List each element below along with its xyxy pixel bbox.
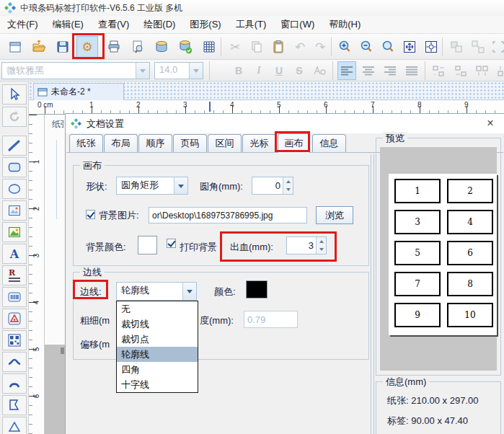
grid-button[interactable] — [198, 36, 220, 58]
ellipse-tool-button[interactable] — [2, 179, 27, 199]
picture-tool-button[interactable] — [2, 222, 27, 242]
tab-canvas[interactable]: 画布 — [278, 133, 310, 153]
bold-button[interactable]: B — [229, 61, 248, 80]
zoom-in-button[interactable] — [334, 36, 355, 58]
print-preview-button[interactable] — [127, 36, 149, 58]
fit-content-button[interactable] — [420, 36, 442, 58]
chevron-down-icon[interactable] — [136, 63, 149, 79]
curve-tool-button[interactable] — [2, 352, 27, 372]
menu-edit[interactable]: 编辑(E) — [45, 16, 91, 33]
qrcode-tool-button[interactable] — [2, 330, 27, 350]
document-settings-button[interactable]: ⚙ — [76, 36, 98, 58]
spin-up-icon[interactable] — [283, 177, 293, 186]
menu-window[interactable]: 窗口(W) — [273, 16, 322, 33]
rotate-tool-button[interactable] — [2, 107, 27, 127]
document-tab[interactable]: 未命名-2 * — [33, 83, 124, 100]
cut-button[interactable]: ✂ — [224, 36, 246, 58]
border-color-swatch[interactable] — [246, 280, 268, 298]
group-button[interactable] — [446, 36, 467, 58]
bg-color-swatch[interactable] — [138, 236, 157, 254]
fit-window-button[interactable] — [399, 36, 420, 58]
ungroup-button[interactable] — [467, 36, 489, 58]
align-right-button[interactable] — [381, 61, 399, 80]
arc-tool-button[interactable] — [2, 373, 27, 394]
dropdown-item-corners[interactable]: 四角 — [117, 362, 198, 377]
bounds-button[interactable] — [487, 36, 504, 58]
tab-paper[interactable]: 纸张 — [69, 134, 103, 152]
menu-shape[interactable]: 图形(S) — [182, 16, 228, 33]
print-button[interactable] — [103, 36, 125, 58]
rich-text-tool-button[interactable]: R — [2, 265, 27, 285]
align-center-button[interactable] — [359, 61, 378, 80]
spin-up-icon[interactable] — [317, 237, 326, 246]
menu-tools[interactable]: 工具(T) — [229, 16, 274, 33]
distribute-top-button[interactable] — [473, 61, 492, 80]
print-bg-checkbox[interactable] — [167, 239, 176, 248]
save-button[interactable] — [52, 36, 74, 58]
align-left-button[interactable] — [337, 61, 356, 80]
dropdown-item-cut-point[interactable]: 裁切点 — [117, 332, 198, 347]
bg-image-path-input[interactable]: or\Desktop\1689753786995.jpg — [149, 207, 307, 223]
undo-button[interactable]: ↶ — [289, 36, 311, 58]
line-width-input[interactable]: 0.79 — [244, 311, 298, 328]
text-tool-button[interactable]: A — [2, 244, 27, 264]
tab-cursor[interactable]: 光标 — [242, 134, 276, 152]
bleed-value: 3 — [287, 237, 316, 254]
menu-file[interactable]: 文件(F) — [0, 16, 45, 33]
bleed-spinner[interactable]: 3 — [286, 236, 327, 254]
browse-button[interactable]: 浏览 — [316, 206, 353, 224]
distribute-bottom-button[interactable] — [495, 61, 504, 80]
scrollbar-thumb[interactable] — [61, 347, 64, 354]
chevron-down-icon[interactable] — [189, 63, 203, 79]
dropdown-item-outline[interactable]: 轮廓线 — [117, 347, 198, 362]
dropdown-item-crosshair[interactable]: 十字线 — [117, 377, 198, 392]
chevron-down-icon[interactable] — [174, 177, 187, 194]
corner-radius-spinner[interactable]: 0 — [252, 177, 293, 195]
barcode-tool-button[interactable] — [2, 287, 27, 307]
image-tool-button[interactable] — [2, 200, 27, 221]
font-size-combo[interactable]: 14.0 — [154, 62, 203, 79]
redo-button[interactable]: ↷ — [309, 36, 331, 58]
menu-draw[interactable]: 绘图(D) — [136, 16, 182, 33]
polygon-tool-button[interactable] — [2, 395, 27, 415]
align-justify-button[interactable] — [402, 61, 421, 80]
triangle-tool-button[interactable] — [2, 417, 27, 434]
border-line-combo[interactable]: 轮廓线 — [116, 282, 197, 301]
open-button[interactable] — [28, 36, 50, 58]
tab-order[interactable]: 顺序 — [138, 134, 172, 152]
new-document-button[interactable] — [4, 36, 26, 58]
spin-down-icon[interactable] — [283, 186, 293, 195]
font-name-combo[interactable]: 微软雅黑 — [1, 62, 150, 79]
paste-button[interactable] — [268, 36, 289, 58]
italic-button[interactable]: I — [249, 61, 268, 80]
underline-button[interactable]: U — [270, 61, 288, 80]
line-tool-button[interactable] — [2, 136, 27, 156]
zoom-out-button[interactable] — [355, 36, 377, 58]
dropdown-item-none[interactable]: 无 — [117, 301, 198, 316]
tab-layout[interactable]: 布局 — [104, 134, 138, 152]
tab-info[interactable]: 信息 — [312, 134, 346, 152]
rounded-rect-tool-button[interactable] — [2, 157, 27, 177]
shape-combo[interactable]: 圆角矩形 — [116, 177, 188, 195]
chevron-down-icon[interactable] — [182, 283, 196, 300]
menu-view[interactable]: 查看(V) — [91, 16, 136, 33]
spin-down-icon[interactable] — [317, 246, 326, 254]
dropdown-item-cut-line[interactable]: 裁切线 — [117, 316, 198, 332]
copy-button[interactable] — [246, 36, 268, 58]
distribute-right-button[interactable] — [451, 61, 470, 80]
text-style-button[interactable] — [310, 61, 329, 80]
menu-help[interactable]: 帮助(H) — [322, 16, 368, 33]
zoom-button[interactable] — [377, 36, 399, 58]
tab-range[interactable]: 区间 — [208, 134, 242, 152]
database-button[interactable] — [151, 36, 172, 58]
database-refresh-button[interactable] — [174, 36, 196, 58]
close-icon[interactable]: × — [482, 116, 498, 130]
strikethrough-button[interactable]: S — [290, 61, 309, 80]
shape-symbol-tool-button[interactable] — [2, 309, 27, 329]
canvas-area[interactable]: 纸张 — [45, 115, 65, 434]
document-tab-label: 未命名-2 * — [51, 86, 91, 98]
tab-page-num[interactable]: 页码 — [173, 134, 207, 152]
distribute-left-button[interactable] — [430, 61, 448, 80]
select-tool-button[interactable] — [2, 84, 27, 105]
bg-image-checkbox[interactable] — [86, 210, 95, 219]
